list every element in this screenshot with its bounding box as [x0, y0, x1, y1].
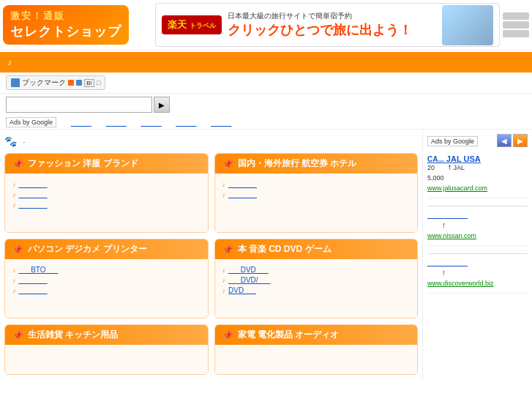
- cat-item: ♪ _______: [12, 201, 201, 209]
- bm-extra: □: [97, 79, 100, 86]
- cat-box-travel: 📌 国内・海外旅行 航空券 ホテル ♪ _______ ♪ _______: [214, 153, 419, 233]
- cat-title-electronics: 家電 電化製品 オーディオ: [238, 329, 340, 341]
- ads-link-5[interactable]: _____: [211, 119, 231, 127]
- cat-header-icon-travel: 📌: [222, 159, 233, 169]
- cat-box-daily: 📌 生活雑貨 キッチン用品: [4, 324, 209, 375]
- cat-title-fashion: ファッション 洋服 ブランド: [28, 157, 138, 170]
- sidebar-ad-title-jal[interactable]: CA... JAL USA: [427, 154, 528, 163]
- cat-item: ♪ _______: [12, 286, 201, 294]
- search-input[interactable]: [6, 97, 152, 113]
- bookmark-icon: [11, 78, 20, 87]
- rakuten-logo-sub: トラベル: [190, 22, 216, 29]
- header-right: [500, 12, 529, 37]
- sidebar-ad-3: ___________ ！ www.discoverworld.biz: [427, 258, 528, 294]
- sidebar-ad-body-line1: 20 † JAL: [427, 163, 528, 174]
- ads-link-3[interactable]: _____: [141, 119, 162, 127]
- sidebar: Ads by Google ◀ ▶ CA... JAL USA 20 † JAL…: [422, 130, 532, 379]
- ads-link-1[interactable]: _____: [71, 119, 91, 127]
- cat-item: ♪ _______: [12, 276, 201, 284]
- cat-item: ♪ _______: [12, 180, 201, 188]
- ads-google-label: Ads by Google: [6, 117, 56, 127]
- ads-link-4[interactable]: _____: [176, 119, 196, 127]
- logo-main-text: セレクトショップ: [10, 23, 121, 40]
- sidebar-next-button[interactable]: ▶: [513, 134, 528, 147]
- main-wrapper: 🐾 - 📌 ファッション 洋服 ブランド ♪ _______ ♪: [0, 130, 532, 379]
- cat-item-icon: ♪: [12, 277, 16, 284]
- sidebar-ads-label: Ads by Google: [427, 136, 478, 146]
- sidebar-ad-link-jal[interactable]: www.jalusacard.com: [427, 184, 487, 192]
- cat-item-icon: ♪: [12, 191, 16, 198]
- sidebar-ad-link-2[interactable]: www.nissan.com: [427, 232, 476, 239]
- cat-body-daily: [5, 345, 208, 374]
- cat-header-pc: 📌 パソコン デジカメ プリンター: [5, 239, 208, 259]
- cat-header-fashion: 📌 ファッション 洋服 ブランド: [5, 154, 208, 174]
- cat-item-icon: ♪: [12, 266, 16, 274]
- cat-item: ♪ ___DVD___: [222, 266, 411, 274]
- cat-item-link[interactable]: _______: [228, 180, 257, 188]
- cat-item-link[interactable]: _______: [19, 286, 48, 294]
- cat-item-link[interactable]: _______: [19, 180, 48, 188]
- cat-nav-separator: -: [23, 137, 26, 146]
- ads-link-2[interactable]: _____: [106, 119, 127, 127]
- sidebar-ad-body2-line1: ___________: [427, 211, 528, 221]
- cat-item-link[interactable]: _______: [19, 276, 48, 284]
- bm-icon3: [76, 80, 82, 86]
- cat-body-fashion: ♪ _______ ♪ _______ ♪ _______: [5, 174, 208, 232]
- sidebar-ad-jal: CA... JAL USA 20 † JAL 5,000 www.jalusac…: [427, 154, 528, 198]
- cat-item-link[interactable]: ___DVD/___: [228, 276, 270, 284]
- header-line-1: [503, 12, 529, 20]
- category-nav: 🐾 -: [4, 134, 418, 149]
- ads-strip: Ads by Google _____ _____ _____ _____ __…: [0, 116, 532, 130]
- cat-title-media: 本 音楽 CD DVD ゲーム: [238, 243, 331, 256]
- cat-body-pc: ♪ ___BTO___ ♪ _______ ♪ _______: [5, 259, 208, 318]
- rakuten-inner: 楽天 トラベル 日本最大級の旅行サイトで簡単宿予約 クリックひとつで旅に出よう！: [156, 5, 499, 45]
- cat-item-link[interactable]: DVD___: [228, 286, 256, 294]
- search-button[interactable]: ▶: [154, 97, 170, 113]
- cat-header-icon-electronics: 📌: [222, 330, 233, 340]
- logo-top-text: 激安！通販: [10, 10, 121, 23]
- rakuten-headline: クリックひとつで旅に出よう！: [228, 21, 412, 39]
- cat-header-icon-daily: 📌: [12, 330, 23, 340]
- cat-item: ♪ ___DVD/___: [222, 276, 411, 284]
- header-line-3: [503, 30, 529, 37]
- sidebar-ad-body-line2: 5,000: [427, 174, 528, 184]
- bookmark-button[interactable]: ブックマーク B! □: [6, 75, 105, 90]
- rakuten-banner[interactable]: 楽天 トラベル 日本最大級の旅行サイトで簡単宿予約 クリックひとつで旅に出よう！: [155, 3, 500, 47]
- cat-item: ♪ ___BTO___: [12, 266, 201, 274]
- cat-title-pc: パソコン デジカメ プリンター: [28, 243, 147, 256]
- orange-bar-text: ♪: [7, 57, 12, 67]
- cat-item-icon: ♪: [12, 287, 16, 294]
- cat-nav-icon: 🐾: [4, 135, 17, 147]
- sidebar-nav: ◀ ▶: [497, 134, 528, 147]
- cat-item-link[interactable]: _______: [19, 201, 48, 209]
- bookmark-label: ブックマーク: [22, 78, 66, 88]
- sidebar-ad-body3-line1: ___________: [427, 258, 528, 269]
- sidebar-ad-2: ___________ ！ www.nissan.com: [427, 211, 528, 246]
- toolbar: ブックマーク B! □: [0, 72, 532, 94]
- cat-item-icon: ♪: [222, 287, 226, 294]
- cat-item-link[interactable]: _______: [228, 190, 257, 198]
- cat-item: ♪ _______: [12, 190, 201, 198]
- sidebar-ad-title-ca: CA...: [427, 155, 444, 163]
- cat-body-travel: ♪ _______ ♪ _______: [215, 174, 418, 232]
- sidebar-divider-1: [427, 206, 528, 206]
- rakuten-tagline: 日本最大級の旅行サイトで簡単宿予約: [228, 11, 412, 21]
- cat-item: ♪ _______: [222, 190, 411, 198]
- sidebar-ad-link-3[interactable]: www.discoverworld.biz: [427, 280, 494, 287]
- cat-body-media: ♪ ___DVD___ ♪ ___DVD/___ ♪ DVD___: [215, 259, 418, 318]
- cat-box-fashion: 📌 ファッション 洋服 ブランド ♪ _______ ♪ _______ ♪ _…: [4, 153, 209, 233]
- bm-icon4: B!: [84, 79, 94, 87]
- cat-item-icon: ♪: [222, 266, 226, 274]
- rakuten-logo: 楽天 トラベル: [162, 15, 222, 34]
- cat-title-travel: 国内・海外旅行 航空券 ホテル: [238, 157, 357, 170]
- rakuten-text: 日本最大級の旅行サイトで簡単宿予約 クリックひとつで旅に出よう！: [228, 11, 412, 39]
- cat-box-pc: 📌 パソコン デジカメ プリンター ♪ ___BTO___ ♪ _______ …: [4, 239, 209, 318]
- cat-item-link[interactable]: ___DVD___: [228, 266, 268, 274]
- cat-item-link[interactable]: ___BTO___: [19, 266, 59, 274]
- sidebar-ad-title-jalusa: JAL USA: [446, 154, 481, 163]
- category-grid: 📌 ファッション 洋服 ブランド ♪ _______ ♪ _______ ♪ _…: [4, 153, 418, 375]
- sidebar-prev-button[interactable]: ◀: [497, 134, 512, 147]
- search-area: ▶: [0, 94, 532, 116]
- cat-item-link[interactable]: _______: [19, 190, 48, 198]
- cat-item: ♪ DVD___: [222, 286, 411, 294]
